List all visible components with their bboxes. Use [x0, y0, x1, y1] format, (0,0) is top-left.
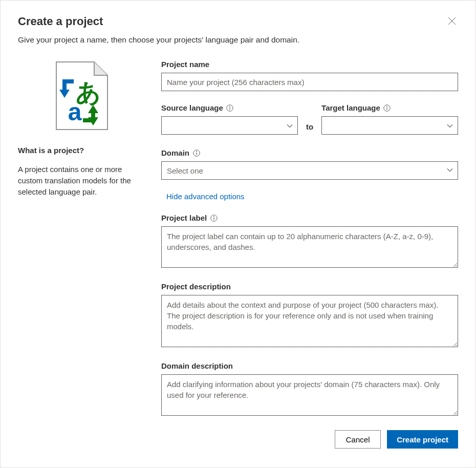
create-project-dialog: Create a project Give your project a nam…: [0, 0, 476, 468]
hide-advanced-link[interactable]: Hide advanced options: [166, 192, 245, 201]
project-name-input[interactable]: [161, 73, 458, 91]
close-button[interactable]: [446, 15, 458, 27]
help-text: A project contains one or more custom tr…: [18, 164, 146, 197]
dialog-footer: Cancel Create project: [161, 430, 458, 449]
project-label-textarea[interactable]: [161, 226, 458, 268]
create-project-button[interactable]: Create project: [387, 430, 458, 449]
svg-rect-15: [387, 108, 387, 110]
info-icon[interactable]: [383, 104, 391, 112]
to-label: to: [306, 122, 313, 131]
target-language-label-text: Target language: [321, 103, 380, 112]
project-name-label-text: Project name: [161, 60, 209, 69]
domain-description-label-text: Domain description: [161, 361, 233, 370]
form-panel: Project name Source language: [161, 60, 458, 449]
domain-select[interactable]: Select one: [161, 161, 458, 180]
source-language-label: Source language: [161, 103, 298, 112]
svg-point-19: [196, 151, 197, 152]
advanced-toggle-group: Hide advanced options: [161, 189, 458, 201]
help-heading: What is a project?: [18, 146, 146, 155]
svg-point-13: [229, 106, 230, 107]
svg-rect-21: [213, 218, 214, 220]
info-icon[interactable]: [192, 149, 200, 157]
project-description-label-text: Project description: [161, 282, 231, 291]
document-translate-icon: あ a: [53, 60, 111, 132]
project-name-group: Project name: [161, 60, 458, 91]
domain-label-text: Domain: [161, 148, 189, 157]
cancel-button[interactable]: Cancel: [335, 430, 381, 449]
dialog-body: あ a: [18, 60, 458, 449]
project-label-label-text: Project label: [161, 214, 207, 222]
info-icon[interactable]: [210, 214, 218, 222]
target-language-select[interactable]: [321, 116, 458, 135]
project-label-group: Project label: [161, 214, 458, 270]
svg-rect-12: [230, 108, 230, 110]
project-description-group: Project description: [161, 282, 458, 349]
dialog-header: Create a project: [18, 15, 458, 35]
dialog-subtitle: Give your project a name, then choose yo…: [18, 35, 458, 45]
project-label-label: Project label: [161, 214, 458, 222]
source-language-col: Source language: [161, 103, 298, 136]
project-name-label: Project name: [161, 60, 458, 69]
target-language-label: Target language: [321, 103, 458, 112]
target-language-col: Target language: [321, 103, 458, 136]
domain-label: Domain: [161, 148, 458, 157]
svg-point-22: [213, 216, 214, 217]
info-icon[interactable]: [226, 104, 234, 112]
domain-description-textarea[interactable]: [161, 374, 458, 416]
dialog-title: Create a project: [18, 15, 103, 28]
svg-rect-18: [196, 153, 197, 155]
svg-text:a: a: [68, 98, 82, 125]
domain-group: Domain Select one: [161, 148, 458, 180]
source-language-label-text: Source language: [161, 103, 223, 112]
illustration-wrap: あ a: [18, 60, 146, 132]
close-icon: [448, 17, 456, 25]
domain-description-label: Domain description: [161, 361, 458, 370]
help-panel: あ a: [18, 60, 146, 449]
language-pair-group: Source language to: [161, 103, 458, 136]
project-description-label: Project description: [161, 282, 458, 291]
project-description-textarea[interactable]: [161, 295, 458, 347]
source-language-select[interactable]: [161, 116, 298, 135]
domain-description-group: Domain description: [161, 361, 458, 418]
svg-point-16: [386, 106, 387, 107]
